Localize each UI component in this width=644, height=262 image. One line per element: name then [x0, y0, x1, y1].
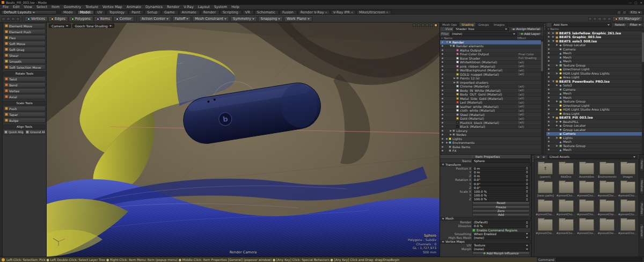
visibility-eye-icon[interactable]: [440, 150, 444, 151]
transform-action-button[interactable]: Reset: [472, 201, 530, 205]
visibility-eye-icon[interactable]: [440, 69, 444, 71]
menu-item[interactable]: Help: [231, 5, 239, 9]
visibility-eye-icon[interactable]: [546, 108, 551, 110]
visibility-eye-icon[interactable]: [440, 57, 444, 59]
stepper-arrows[interactable]: [526, 171, 528, 173]
transform-section-header[interactable]: ▼Transform: [440, 163, 531, 166]
tool-button[interactable]: Soft Selection Move: [3, 64, 46, 70]
menu-item[interactable]: Animate: [127, 5, 141, 9]
transform-action-button[interactable]: Zero: [472, 209, 530, 213]
tool-button[interactable]: Element Move: [3, 23, 46, 28]
numeric-field[interactable]: 100.0 %: [472, 198, 530, 201]
numeric-field[interactable]: 0.0°: [472, 178, 530, 182]
assign-material-button[interactable]: ≡ Assign Material: [510, 27, 542, 31]
menu-item[interactable]: Vertex Map: [103, 5, 122, 9]
menu-item[interactable]: View: [24, 5, 32, 9]
tool-button[interactable]: Twist: [3, 76, 46, 82]
vertex-maps-section-header[interactable]: ▼Vertex Maps: [440, 240, 531, 244]
dropdown-field[interactable]: (none): [472, 236, 530, 240]
panel-tab[interactable]: Groups: [476, 23, 492, 26]
layout-tab[interactable]: Mode: [61, 10, 77, 14]
menu-item[interactable]: Texture: [85, 5, 98, 9]
viewport-shading-dropdown[interactable]: Gooch Tone Shading: [72, 24, 114, 28]
visibility-eye-icon[interactable]: [440, 134, 444, 135]
tool-button[interactable]: Axial: [3, 94, 46, 99]
visibility-eye-icon[interactable]: [440, 90, 444, 91]
wireframe-toggle-icon[interactable]: [593, 17, 597, 21]
add-item-dropdown[interactable]: Add Item: [552, 23, 612, 27]
visibility-eye-icon[interactable]: [546, 89, 551, 90]
visibility-eye-icon[interactable]: [440, 130, 444, 132]
visibility-eye-icon[interactable]: [440, 98, 444, 99]
asset-folder[interactable]: #presetChoiceLib: [597, 180, 617, 197]
visibility-eye-icon[interactable]: [546, 32, 551, 34]
tool-button[interactable]: Bulge: [3, 118, 46, 123]
menu-item[interactable]: Item: [52, 5, 60, 9]
close-tab-icon[interactable]: ✕: [325, 11, 327, 14]
nav-forward-button[interactable]: ▸: [541, 155, 546, 159]
visibility-eye-icon[interactable]: [440, 110, 444, 111]
visibility-eye-icon[interactable]: [546, 36, 551, 38]
asset-category-tab[interactable]: Profiles: [640, 201, 644, 217]
visibility-eye-icon[interactable]: [440, 77, 444, 79]
asset-folder[interactable]: #presetChoiceLib: [556, 180, 575, 197]
visibility-eye-icon[interactable]: [546, 97, 551, 98]
selection-mode-button[interactable]: Polygons: [69, 16, 93, 22]
visibility-eye-icon[interactable]: [440, 138, 444, 140]
layout-tab[interactable]: Animate: [179, 10, 200, 14]
visibility-eye-icon[interactable]: [546, 105, 551, 106]
dropdown-field[interactable]: (none): [472, 248, 530, 251]
gl-toggle-icon[interactable]: [588, 17, 592, 21]
layout-extra-icon[interactable]: [617, 11, 621, 14]
layout-tab[interactable]: Setup: [144, 10, 161, 14]
numeric-field[interactable]: 0 m: [472, 171, 530, 174]
stepper-arrows[interactable]: [526, 167, 528, 170]
layout-tab[interactable]: Fusion: [280, 10, 297, 14]
tool-button[interactable]: Bend: [3, 82, 46, 88]
viewport-option-icon[interactable]: [430, 24, 433, 27]
layout-tab[interactable]: Schematic: [254, 10, 279, 14]
numeric-field[interactable]: 100.0 %: [472, 194, 530, 198]
visibility-eye-icon[interactable]: [546, 149, 551, 150]
selection-arrow-icon[interactable]: [2, 17, 5, 21]
maximize-button[interactable]: □: [634, 1, 637, 4]
item-name-input[interactable]: Sphere: [472, 159, 530, 163]
asset-folder[interactable]: #presetChoiceLib: [577, 199, 596, 216]
visibility-eye-icon[interactable]: [546, 100, 551, 102]
toolbar-dropdown[interactable]: Snapping: [258, 16, 283, 22]
command-regions-checkbox[interactable]: ✓: [472, 229, 475, 232]
visibility-eye-icon[interactable]: [546, 64, 551, 66]
asset-folder[interactable]: #presetChoiceLib: [618, 217, 638, 235]
layout-switcher[interactable]: Default Layouts: [1, 10, 57, 14]
viewport-option-icon[interactable]: [417, 24, 420, 27]
close-tab-icon[interactable]: ✕: [351, 11, 353, 14]
tool-button[interactable]: Flex: [3, 35, 46, 40]
visibility-eye-icon[interactable]: [440, 61, 444, 63]
stepper-arrows[interactable]: [526, 190, 528, 193]
asset-folder[interactable]: Images: [618, 161, 638, 178]
panel-grip-icon[interactable]: ⋮: [471, 155, 474, 158]
menu-item[interactable]: File: [3, 5, 9, 9]
numeric-field[interactable]: 0.0°: [472, 182, 530, 186]
layout-tab[interactable]: MikeUltrscreen✕: [356, 10, 391, 14]
dropdown-field[interactable]: 0.0 %: [472, 224, 530, 228]
snap-toggle-icon[interactable]: [608, 17, 611, 21]
asset-folder[interactable]: #presetChoiceLib: [618, 199, 638, 216]
asset-category-tab[interactable]: Scenes: [640, 223, 644, 239]
tool-button[interactable]: Taper: [3, 112, 46, 117]
panel-grip-icon[interactable]: ⋮: [441, 27, 444, 31]
shader-filter-dropdown[interactable]: (none): [450, 32, 517, 36]
visibility-eye-icon[interactable]: [440, 122, 444, 123]
tool-button[interactable]: Quick Align: [3, 129, 24, 135]
asset-folder[interactable]: #presetChoiceLib: [556, 199, 575, 216]
move-tool-icon[interactable]: [6, 17, 10, 21]
visibility-eye-icon[interactable]: [546, 40, 551, 42]
tool-button[interactable]: Smooth: [3, 59, 46, 64]
toolbar-dropdown[interactable]: Symmetry: [230, 16, 257, 22]
visibility-eye-icon[interactable]: [546, 72, 551, 74]
layout-tab[interactable]: Render: [201, 10, 219, 14]
visibility-eye-icon[interactable]: [546, 133, 551, 134]
visibility-eye-icon[interactable]: [440, 74, 444, 75]
visibility-eye-icon[interactable]: [440, 82, 444, 83]
stepper-arrows[interactable]: [526, 179, 528, 181]
